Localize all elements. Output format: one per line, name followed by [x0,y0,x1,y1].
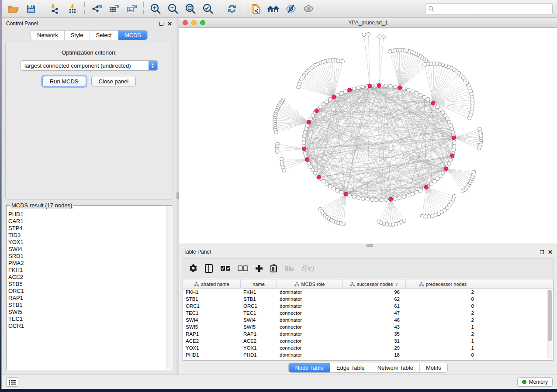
mcds-result-item[interactable]: FKH1 [8,267,166,274]
network-window: YPA_prune.txt_1 [179,18,557,244]
add-icon[interactable] [255,265,263,272]
column-header-predecessor-nodes[interactable]: predecessor nodes [406,279,480,289]
table-row[interactable]: SWI5SWI5connector431 [183,323,553,330]
mcds-result-item[interactable]: ACE2 [8,274,166,281]
task-history-button[interactable] [6,377,18,387]
tab-mcds[interactable]: MCDS [118,31,147,40]
table-row[interactable]: ORC1ORC1dominator610 [183,303,553,309]
hide-style-button[interactable] [284,2,298,16]
import-table-button[interactable] [65,2,80,16]
gear-icon[interactable] [189,264,197,272]
mcds-result-item[interactable]: SWI4 [8,246,166,253]
mcds-result-item[interactable]: STB1 [8,302,166,309]
delete-table-icon [284,265,294,272]
tab-select[interactable]: Select [90,31,118,40]
mcds-result-item[interactable]: TID3 [8,232,166,239]
divider-handle[interactable] [367,244,373,247]
mcds-result-item[interactable]: YOX1 [8,239,166,246]
mcds-result-box: MCDS result (17 nodes) PHD1CAR1STP4TID3Y… [6,205,172,370]
table-cell: ORC1 [241,303,277,309]
close-panel-icon[interactable]: ✕ [548,250,553,254]
mcds-result-item[interactable]: PHD1 [8,211,166,218]
export-table-button[interactable] [107,2,121,16]
mcds-result-item[interactable]: RAP1 [8,295,166,302]
network-canvas[interactable] [179,28,557,244]
close-panel-icon[interactable]: ✕ [167,22,172,26]
table-row[interactable]: SWI4SWI4dominator462 [183,316,553,323]
status-bar: Memory [2,375,557,389]
export-network-button[interactable] [89,2,104,16]
select-all-icon[interactable] [220,265,231,272]
table-cell: ORC1 [183,303,241,309]
table-cell: 1 [406,337,480,344]
table-cell: RAP1 [183,330,241,337]
import-network-button[interactable] [48,2,62,16]
memory-button[interactable]: Memory [517,377,553,387]
divider-handle[interactable] [176,193,179,199]
mcds-result-item[interactable]: TEC1 [8,316,166,323]
export-image-button[interactable] [124,2,139,16]
clone-network-button[interactable] [249,2,263,16]
column-header-shared-name[interactable]: shared name [183,279,241,289]
save-session-button[interactable] [24,2,38,16]
network-home-button[interactable] [266,2,281,16]
refresh-button[interactable] [225,2,239,16]
table-cell: STB1 [183,296,241,303]
column-header-successor-nodes[interactable]: successor nodes∨ [343,279,406,289]
tab-node-table[interactable]: Node Table [289,363,330,372]
refresh-icon [227,3,237,14]
mcds-result-scrollbar[interactable] [166,206,171,369]
mcds-result-item[interactable]: PMA2 [8,260,166,267]
deselect-all-icon[interactable] [238,265,248,272]
zoom-out-button[interactable] [166,2,180,16]
float-panel-icon[interactable] [540,250,544,254]
column-icon[interactable] [204,264,213,273]
tab-edge-table[interactable]: Edge Table [330,363,371,372]
tab-style[interactable]: Style [65,31,90,40]
mcds-result-item[interactable]: STP4 [8,225,166,232]
open-session-button[interactable] [6,2,21,16]
show-eye-button[interactable] [301,2,316,16]
tab-motifs[interactable]: Motifs [420,363,447,372]
mcds-result-item[interactable]: SWI5 [8,309,166,316]
panel-divider-vertical[interactable] [176,18,179,375]
table-row[interactable]: PHD1PHD1dominator180 [183,351,553,358]
mcds-result-item[interactable]: ORC1 [8,288,166,295]
table-row[interactable]: ACE2ACE2connector311 [183,337,553,344]
close-panel-button[interactable]: Close panel [91,76,136,86]
float-panel-icon[interactable] [159,22,163,26]
table-panel: Table Panel ✕ [179,246,557,375]
zoom-in-button[interactable] [148,2,163,16]
delete-icon[interactable] [270,264,277,272]
table-cell: dominator [277,289,343,296]
mcds-tab-content: Optimization criterion: largest connecte… [5,43,173,200]
optimization-dropdown[interactable]: largest connected component (undirected)… [21,60,158,71]
table-row[interactable]: STB1STB1dominator620 [183,296,553,303]
tab-network[interactable]: Network [31,31,65,40]
search-input[interactable] [425,3,553,14]
table-scrollbar-thumb[interactable] [548,290,552,341]
table-cell: ACE2 [241,337,277,344]
table-row[interactable]: RAP1RAP1dominator352 [183,330,553,337]
column-header-MCDS-role[interactable]: MCDS role [277,279,343,289]
tab-network-table[interactable]: Network Table [371,363,420,372]
column-header-name[interactable]: name [241,279,277,289]
memory-status-icon [522,380,526,384]
zoom-selected-button[interactable] [201,2,215,16]
network-graph[interactable] [179,28,557,244]
mcds-result-item[interactable]: CAR1 [8,218,166,225]
table-cell: 61 [343,303,406,309]
table-row[interactable]: YOX1YOX1connector291 [183,344,553,351]
table-row[interactable]: FKH1FKH1dominator962 [183,289,553,296]
panel-divider-horizontal[interactable] [179,244,557,246]
table-scrollbar[interactable] [547,289,552,359]
mcds-result-item[interactable]: GCR1 [8,323,166,330]
mcds-result-item[interactable]: STB5 [8,281,166,288]
run-mcds-button[interactable]: Run MCDS [42,76,86,86]
node-table-body: FKH1FKH1dominator962STB1STB1dominator620… [183,289,553,358]
table-cell: 18 [343,351,406,358]
table-row[interactable]: TEC1TEC1connector472 [183,309,553,316]
mcds-result-item[interactable]: SRD1 [8,253,166,260]
tree-icon [294,282,299,286]
zoom-fit-button[interactable] [183,2,198,16]
